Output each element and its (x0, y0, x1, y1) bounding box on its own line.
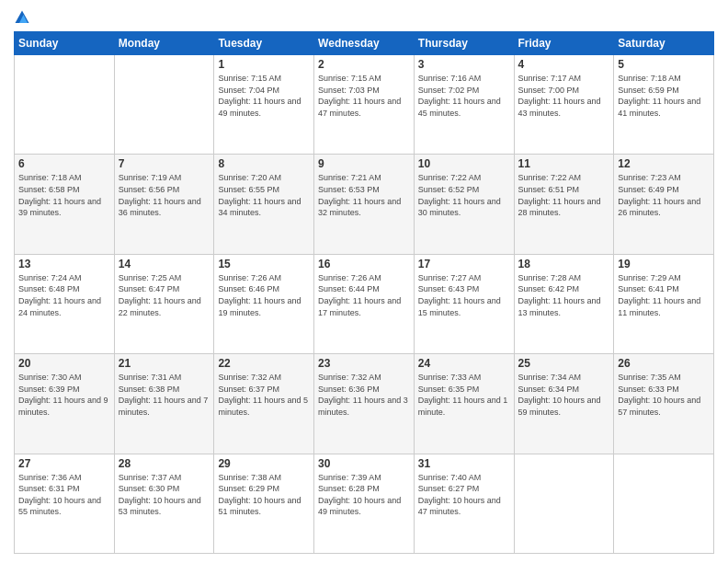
day-info: Sunrise: 7:39 AM Sunset: 6:28 PM Dayligh… (318, 472, 410, 518)
calendar-cell: 23Sunrise: 7:32 AM Sunset: 6:36 PM Dayli… (314, 354, 415, 454)
calendar-cell: 12Sunrise: 7:23 AM Sunset: 6:49 PM Dayli… (614, 155, 714, 254)
weekday-header-monday: Monday (114, 32, 214, 55)
header (14, 9, 714, 26)
day-info: Sunrise: 7:29 AM Sunset: 6:41 PM Dayligh… (618, 272, 710, 318)
day-info: Sunrise: 7:19 AM Sunset: 6:56 PM Dayligh… (119, 172, 210, 218)
calendar-cell: 18Sunrise: 7:28 AM Sunset: 6:42 PM Dayli… (514, 254, 614, 353)
day-number: 5 (618, 58, 710, 71)
calendar-cell: 5Sunrise: 7:18 AM Sunset: 6:59 PM Daylig… (614, 55, 714, 155)
day-info: Sunrise: 7:32 AM Sunset: 6:36 PM Dayligh… (318, 372, 410, 418)
day-info: Sunrise: 7:21 AM Sunset: 6:53 PM Dayligh… (318, 172, 410, 218)
day-info: Sunrise: 7:22 AM Sunset: 6:51 PM Dayligh… (518, 172, 610, 218)
calendar-cell: 10Sunrise: 7:22 AM Sunset: 6:52 PM Dayli… (414, 155, 514, 254)
day-info: Sunrise: 7:30 AM Sunset: 6:39 PM Dayligh… (18, 372, 110, 418)
day-info: Sunrise: 7:26 AM Sunset: 6:44 PM Dayligh… (318, 272, 410, 318)
day-number: 28 (119, 457, 210, 470)
week-row-3: 13Sunrise: 7:24 AM Sunset: 6:48 PM Dayli… (15, 254, 714, 353)
day-info: Sunrise: 7:31 AM Sunset: 6:38 PM Dayligh… (119, 372, 210, 418)
day-info: Sunrise: 7:28 AM Sunset: 6:42 PM Dayligh… (518, 272, 610, 318)
day-number: 1 (218, 58, 310, 71)
week-row-1: 1Sunrise: 7:15 AM Sunset: 7:04 PM Daylig… (15, 55, 714, 155)
calendar-cell (114, 55, 214, 155)
day-number: 10 (418, 157, 510, 170)
day-number: 18 (518, 258, 610, 270)
weekday-header-wednesday: Wednesday (314, 32, 415, 55)
calendar-cell: 2Sunrise: 7:15 AM Sunset: 7:03 PM Daylig… (314, 55, 415, 155)
weekday-header-thursday: Thursday (414, 32, 514, 55)
calendar-cell: 29Sunrise: 7:38 AM Sunset: 6:29 PM Dayli… (214, 454, 314, 553)
calendar-cell: 30Sunrise: 7:39 AM Sunset: 6:28 PM Dayli… (314, 454, 415, 553)
day-number: 14 (119, 258, 210, 270)
calendar-cell: 25Sunrise: 7:34 AM Sunset: 6:34 PM Dayli… (514, 354, 614, 454)
day-info: Sunrise: 7:40 AM Sunset: 6:27 PM Dayligh… (418, 472, 510, 518)
day-number: 15 (218, 258, 310, 270)
calendar-cell: 3Sunrise: 7:16 AM Sunset: 7:02 PM Daylig… (414, 55, 514, 155)
calendar-cell: 21Sunrise: 7:31 AM Sunset: 6:38 PM Dayli… (114, 354, 214, 454)
day-number: 20 (18, 357, 110, 370)
day-number: 30 (318, 457, 410, 470)
day-number: 23 (318, 357, 410, 370)
calendar-cell: 19Sunrise: 7:29 AM Sunset: 6:41 PM Dayli… (614, 254, 714, 353)
day-number: 13 (18, 258, 110, 270)
weekday-header-friday: Friday (514, 32, 614, 55)
day-info: Sunrise: 7:22 AM Sunset: 6:52 PM Dayligh… (418, 172, 510, 218)
day-info: Sunrise: 7:23 AM Sunset: 6:49 PM Dayligh… (618, 172, 710, 218)
logo (14, 9, 34, 26)
day-number: 25 (518, 357, 610, 370)
weekday-header-tuesday: Tuesday (214, 32, 314, 55)
day-info: Sunrise: 7:36 AM Sunset: 6:31 PM Dayligh… (18, 472, 110, 518)
calendar-cell: 1Sunrise: 7:15 AM Sunset: 7:04 PM Daylig… (214, 55, 314, 155)
week-row-4: 20Sunrise: 7:30 AM Sunset: 6:39 PM Dayli… (15, 354, 714, 454)
day-number: 6 (18, 157, 110, 170)
day-info: Sunrise: 7:35 AM Sunset: 6:33 PM Dayligh… (618, 372, 710, 418)
day-number: 27 (18, 457, 110, 470)
day-number: 22 (218, 357, 310, 370)
day-number: 17 (418, 258, 510, 270)
day-info: Sunrise: 7:38 AM Sunset: 6:29 PM Dayligh… (218, 472, 310, 518)
logo-icon (14, 9, 30, 26)
calendar-cell: 8Sunrise: 7:20 AM Sunset: 6:55 PM Daylig… (214, 155, 314, 254)
calendar-cell: 16Sunrise: 7:26 AM Sunset: 6:44 PM Dayli… (314, 254, 415, 353)
day-info: Sunrise: 7:16 AM Sunset: 7:02 PM Dayligh… (418, 73, 510, 119)
calendar-cell: 26Sunrise: 7:35 AM Sunset: 6:33 PM Dayli… (614, 354, 714, 454)
day-number: 7 (119, 157, 210, 170)
day-info: Sunrise: 7:18 AM Sunset: 6:59 PM Dayligh… (618, 73, 710, 119)
calendar-cell: 28Sunrise: 7:37 AM Sunset: 6:30 PM Dayli… (114, 454, 214, 553)
day-number: 9 (318, 157, 410, 170)
day-number: 29 (218, 457, 310, 470)
weekday-header-sunday: Sunday (15, 32, 115, 55)
calendar-table: SundayMondayTuesdayWednesdayThursdayFrid… (14, 31, 714, 554)
calendar-cell: 4Sunrise: 7:17 AM Sunset: 7:00 PM Daylig… (514, 55, 614, 155)
day-number: 26 (618, 357, 710, 370)
week-row-2: 6Sunrise: 7:18 AM Sunset: 6:58 PM Daylig… (15, 155, 714, 254)
day-number: 24 (418, 357, 510, 370)
day-info: Sunrise: 7:37 AM Sunset: 6:30 PM Dayligh… (119, 472, 210, 518)
day-number: 31 (418, 457, 510, 470)
page: SundayMondayTuesdayWednesdayThursdayFrid… (0, 0, 728, 563)
day-number: 19 (618, 258, 710, 270)
calendar-cell: 27Sunrise: 7:36 AM Sunset: 6:31 PM Dayli… (15, 454, 115, 553)
day-number: 4 (518, 58, 610, 71)
day-info: Sunrise: 7:25 AM Sunset: 6:47 PM Dayligh… (119, 272, 210, 318)
calendar-cell: 13Sunrise: 7:24 AM Sunset: 6:48 PM Dayli… (15, 254, 115, 353)
day-info: Sunrise: 7:26 AM Sunset: 6:46 PM Dayligh… (218, 272, 310, 318)
day-number: 8 (218, 157, 310, 170)
calendar-cell: 15Sunrise: 7:26 AM Sunset: 6:46 PM Dayli… (214, 254, 314, 353)
calendar-cell (514, 454, 614, 553)
day-info: Sunrise: 7:17 AM Sunset: 7:00 PM Dayligh… (518, 73, 610, 119)
weekday-header-row: SundayMondayTuesdayWednesdayThursdayFrid… (15, 32, 714, 55)
calendar-cell: 9Sunrise: 7:21 AM Sunset: 6:53 PM Daylig… (314, 155, 415, 254)
calendar-cell: 24Sunrise: 7:33 AM Sunset: 6:35 PM Dayli… (414, 354, 514, 454)
calendar-cell: 17Sunrise: 7:27 AM Sunset: 6:43 PM Dayli… (414, 254, 514, 353)
day-number: 12 (618, 157, 710, 170)
calendar-cell: 22Sunrise: 7:32 AM Sunset: 6:37 PM Dayli… (214, 354, 314, 454)
day-info: Sunrise: 7:15 AM Sunset: 7:04 PM Dayligh… (218, 73, 310, 119)
day-info: Sunrise: 7:18 AM Sunset: 6:58 PM Dayligh… (18, 172, 110, 218)
day-info: Sunrise: 7:24 AM Sunset: 6:48 PM Dayligh… (18, 272, 110, 318)
day-info: Sunrise: 7:27 AM Sunset: 6:43 PM Dayligh… (418, 272, 510, 318)
calendar-cell: 7Sunrise: 7:19 AM Sunset: 6:56 PM Daylig… (114, 155, 214, 254)
calendar-cell: 20Sunrise: 7:30 AM Sunset: 6:39 PM Dayli… (15, 354, 115, 454)
day-number: 3 (418, 58, 510, 71)
calendar-cell (15, 55, 115, 155)
day-info: Sunrise: 7:32 AM Sunset: 6:37 PM Dayligh… (218, 372, 310, 418)
